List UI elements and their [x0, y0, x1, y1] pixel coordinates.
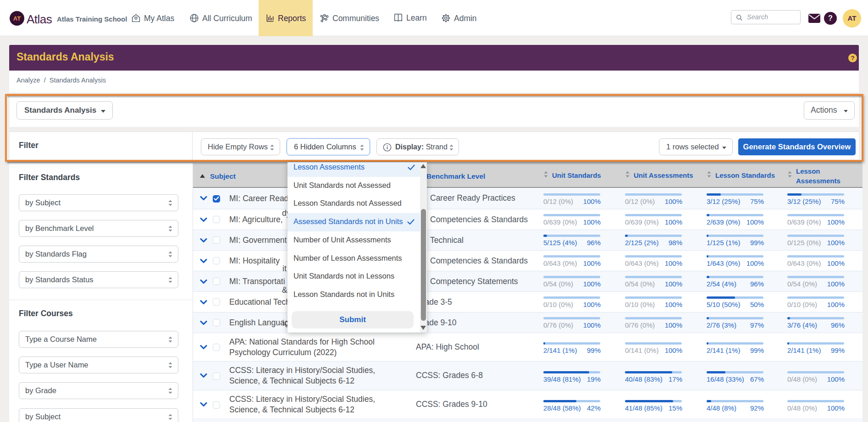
svg-text:AT: AT: [13, 15, 21, 22]
